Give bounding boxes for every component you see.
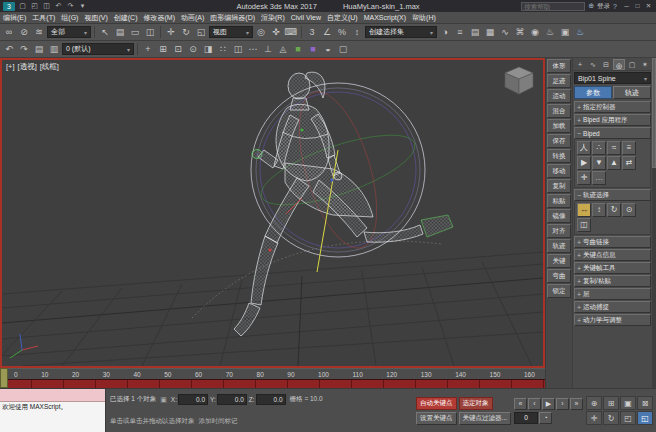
save-tool-button[interactable]: 保存 — [547, 134, 571, 148]
select-and-move-icon[interactable]: ✛ — [164, 25, 178, 39]
rollout-biped-apps[interactable]: Biped 应用程序 — [574, 114, 651, 126]
isolate-selection-icon[interactable]: ◒ — [321, 42, 335, 56]
key-filters-button[interactable]: 关键点过滤器... — [459, 412, 511, 425]
redo-icon[interactable]: ↷ — [65, 1, 76, 11]
modes-expand-button[interactable]: … — [592, 171, 606, 185]
convert-tool-button[interactable]: 转换 — [547, 149, 571, 163]
window-button[interactable]: □ — [633, 2, 642, 10]
mixer-tool-button[interactable]: 混合 — [547, 104, 571, 118]
rollout-motion-capture[interactable]: 运动捕捉 — [574, 301, 651, 313]
redo-scene-icon[interactable]: ↷ — [17, 42, 31, 56]
select-by-layer-icon[interactable]: ▤ — [32, 42, 46, 56]
save-file-button[interactable]: ▲ — [607, 156, 621, 170]
hierarchy-tab[interactable]: ⊟ — [600, 59, 612, 70]
rollout-header-biped[interactable]: Biped — [574, 127, 651, 139]
modify-tab[interactable]: ∿ — [587, 59, 599, 70]
play-button[interactable]: ▶ — [542, 398, 555, 410]
time-slider-ruler[interactable]: 0102030405060708090100110120130140150160 — [0, 368, 545, 379]
symmetrical-tracks-button[interactable]: ◫ — [577, 218, 591, 232]
undo-icon[interactable]: ↶ — [53, 1, 64, 11]
menu-item[interactable]: 工具(T) — [29, 13, 58, 23]
scene-canvas[interactable] — [2, 60, 543, 366]
rollout-header-track-selection[interactable]: 轨迹选择 — [574, 189, 651, 201]
select-and-scale-icon[interactable]: ◱ — [194, 25, 208, 39]
paste-tool-button[interactable]: 粘贴 — [547, 194, 571, 208]
body-horizontal-button[interactable]: ↔ — [577, 203, 591, 217]
state-set-green-icon[interactable]: ■ — [291, 42, 305, 56]
mirror-tool-icon[interactable]: ◨ — [201, 42, 215, 56]
rollout-key-info[interactable]: 关键点信息 — [574, 249, 651, 261]
select-and-rotate-icon[interactable]: ↻ — [179, 25, 193, 39]
render-setup-icon[interactable]: ♨ — [543, 25, 557, 39]
menu-item[interactable]: MAXScript(X) — [361, 14, 409, 21]
macro-recorder-line[interactable] — [0, 389, 105, 402]
array-tool-icon[interactable]: ∷ — [216, 42, 230, 56]
rectangular-selection-region-icon[interactable]: ▭ — [128, 25, 142, 39]
go-to-start-button[interactable]: « — [514, 398, 527, 410]
menu-item[interactable]: 动画(A) — [178, 13, 207, 23]
menu-item[interactable]: 图形编辑器(D) — [207, 13, 258, 23]
menu-item[interactable]: Civil View — [288, 14, 324, 21]
selected-biped-character[interactable] — [234, 72, 453, 336]
menu-item[interactable]: 视图(V) — [81, 13, 110, 23]
spinner-snap-icon[interactable]: ↕ — [350, 25, 364, 39]
selection-lock-icon[interactable]: ▣ — [160, 396, 167, 404]
current-frame-field[interactable]: 0 — [514, 412, 538, 424]
normal-align-icon[interactable]: ⊥ — [261, 42, 275, 56]
use-pivot-point-icon[interactable]: ◎ — [254, 25, 268, 39]
display-tab[interactable]: ▢ — [626, 59, 638, 70]
graphite-ribbon-icon[interactable]: ▦ — [483, 25, 497, 39]
curve-editor-icon[interactable]: ∿ — [498, 25, 512, 39]
layer-dropdown[interactable]: 0 (默认) — [62, 43, 134, 55]
viewport-general-menu[interactable]: [+] — [6, 62, 15, 72]
zoom-all-icon[interactable]: ⊞ — [603, 396, 619, 410]
window-crossing-icon[interactable]: ◫ — [143, 25, 157, 39]
layer-manager-icon[interactable]: ▤ — [468, 25, 482, 39]
lock-com-keying-button[interactable]: ⊙ — [622, 203, 636, 217]
mixer-mode-button[interactable]: ≡ — [622, 141, 636, 155]
create-tab[interactable]: + — [574, 59, 586, 70]
perspective-viewport[interactable]: [+] [透视] [线框] — [0, 58, 545, 368]
workspace-dropdown-icon[interactable]: ▾ — [77, 1, 88, 11]
viewport-shading-menu[interactable]: [线框] — [40, 62, 59, 72]
zoom-extents-all-icon[interactable]: ⊠ — [637, 396, 653, 410]
mirror-tool-button[interactable]: 镜像 — [547, 209, 571, 223]
key-tool-button[interactable]: 关键 — [547, 254, 571, 268]
rollout-bend-links[interactable]: 弯曲链接 — [574, 236, 651, 248]
rollout-keyframing-tools[interactable]: 关键帧工具 — [574, 262, 651, 274]
select-by-name-icon[interactable]: ▤ — [113, 25, 127, 39]
menu-item[interactable]: 自定义(U) — [324, 13, 361, 23]
body-rotation-button[interactable]: ↻ — [607, 203, 621, 217]
window-button[interactable]: ✕ — [644, 2, 653, 10]
state-set-purple-icon[interactable]: ■ — [306, 42, 320, 56]
move-all-mode-button[interactable]: ✛ — [577, 171, 591, 185]
camera-align-icon[interactable]: ◬ — [276, 42, 290, 56]
time-slider-handle[interactable] — [0, 368, 8, 388]
trajectories-mode-button[interactable]: 轨迹 — [613, 86, 651, 99]
motion-flow-mode-button[interactable]: ≈ — [607, 141, 621, 155]
set-key-button[interactable]: 设置关键点 — [416, 412, 457, 425]
zoom-icon[interactable]: ⊕ — [586, 396, 602, 410]
spacing-tool-icon[interactable]: ⋯ — [246, 42, 260, 56]
snaps-toggle-icon[interactable]: 3 — [305, 25, 319, 39]
schematic-view-icon[interactable]: ⌘ — [513, 25, 527, 39]
percent-snap-icon[interactable]: % — [335, 25, 349, 39]
move-tool-button[interactable]: 移动 — [547, 164, 571, 178]
time-configuration-button[interactable]: ◔ — [539, 412, 552, 424]
search-icon[interactable]: ⊕ — [588, 2, 594, 10]
coordinate-field[interactable]: X:0.0 — [171, 394, 208, 405]
create-new-layer-icon[interactable]: + — [141, 42, 155, 56]
time-tag-label[interactable]: 添加时间标记 — [199, 417, 238, 426]
max-logo-icon[interactable]: 3 — [3, 2, 15, 11]
manage-layers-icon[interactable]: ▥ — [47, 42, 61, 56]
render-production-icon[interactable]: ♨ — [573, 25, 587, 39]
bind-to-space-warp-icon[interactable]: ≋ — [32, 25, 46, 39]
figure-tool-button[interactable]: 体形 — [547, 59, 571, 73]
snapshot-icon[interactable]: ◫ — [231, 42, 245, 56]
select-and-link-icon[interactable]: ∞ — [2, 25, 16, 39]
sign-in-link[interactable]: 登录 — [597, 2, 610, 11]
parameters-mode-button[interactable]: 参数 — [574, 86, 612, 99]
new-scene-icon[interactable]: ▢ — [17, 1, 28, 11]
menu-item[interactable]: 修改器(M) — [140, 13, 178, 23]
scrollbar-thumb[interactable] — [652, 58, 656, 168]
